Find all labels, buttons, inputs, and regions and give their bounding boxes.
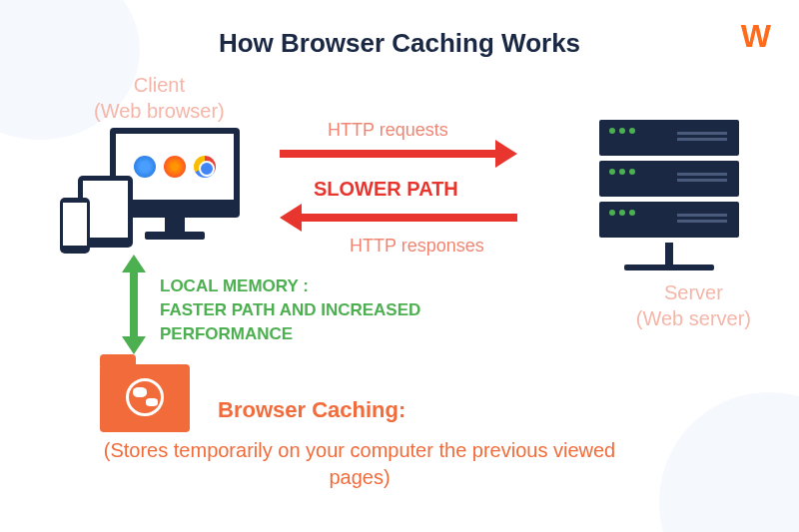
server-base (624, 265, 714, 270)
server-stand (665, 243, 673, 265)
chrome-icon (194, 156, 216, 178)
client-label-line2: (Web browser) (94, 100, 225, 122)
server-label-line2: (Web server) (636, 307, 751, 329)
server-rack-unit (599, 161, 739, 197)
globe-icon (126, 378, 164, 416)
monitor-screen (116, 134, 234, 200)
arrow-right-icon (280, 150, 499, 158)
background-blob (659, 392, 799, 532)
safari-icon (134, 156, 156, 178)
client-label-line1: Client (134, 74, 185, 96)
client-label: Client (Web browser) (94, 72, 225, 124)
firefox-icon (164, 156, 186, 178)
browser-caching-title: Browser Caching: (218, 397, 405, 423)
cache-folder-icon (100, 364, 190, 432)
http-responses-label: HTTP responses (350, 236, 484, 257)
server-label: Server (Web server) (636, 279, 751, 331)
browser-caching-description: (Stores temporarily on your computer the… (80, 437, 639, 491)
diagram-title: How Browser Caching Works (0, 28, 799, 59)
local-memory-line1: LOCAL MEMORY : (160, 276, 309, 295)
server-icon (599, 120, 739, 270)
server-label-line1: Server (664, 281, 723, 303)
server-rack-unit (599, 202, 739, 238)
local-memory-line2: FASTER PATH AND INCREASED (160, 300, 420, 319)
arrow-bidirectional-icon (130, 269, 138, 339)
phone-icon (60, 198, 90, 254)
local-memory-label: LOCAL MEMORY : FASTER PATH AND INCREASED… (160, 274, 479, 345)
local-memory-line3: PERFORMANCE (160, 324, 293, 343)
monitor-base (145, 232, 205, 240)
slower-path-label: SLOWER PATH (314, 178, 458, 201)
client-devices-icon (60, 128, 250, 258)
http-requests-label: HTTP requests (328, 120, 448, 141)
server-rack-unit (599, 120, 739, 156)
arrow-left-icon (298, 214, 517, 222)
